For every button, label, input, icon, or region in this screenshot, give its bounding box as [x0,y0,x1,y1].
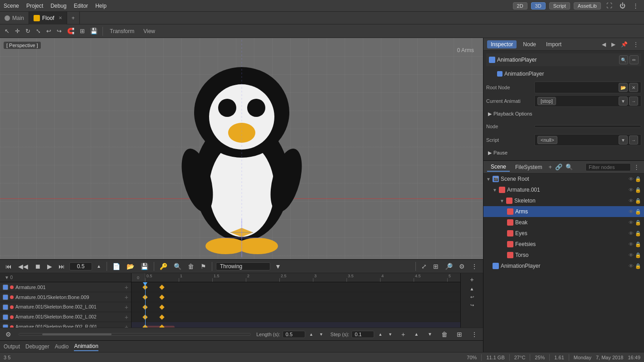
import-tab[interactable]: Import [542,40,565,48]
current-anim-dropdown-btn[interactable]: ▼ [619,97,628,106]
tl-zoom-btn[interactable]: 🔎 [443,262,454,271]
output-tab-audio[interactable]: Audio [55,343,69,351]
anim-edit-btn[interactable]: ✏ [629,55,639,64]
pause-section-header[interactable]: ▶ Pause [486,148,641,158]
track-add-btn[interactable]: + [125,314,128,321]
mode-2d-btn[interactable]: 2D [513,2,527,10]
mode-script-btn[interactable]: Script [549,2,570,10]
scrollbar-thumb[interactable] [42,333,112,335]
menu-help[interactable]: Help [95,3,107,9]
eyes-lock-icon[interactable]: 🔒 [635,231,641,237]
root-node-value[interactable]: 📂 ✕ [534,82,641,93]
keyframes-area[interactable] [132,282,460,328]
beak-eye-icon[interactable]: 👁 [629,220,634,226]
skeleton-eye-icon[interactable]: 👁 [629,198,634,204]
tab-close-btn[interactable]: ✕ [59,15,62,20]
menu-project[interactable]: Project [26,3,43,9]
track-bone002-l002[interactable]: Armature.001/Skeleton:Bone.002_L.002 + [0,312,131,322]
tl-snap-btn[interactable]: ⊞ [431,262,440,271]
toolbar-local-btn[interactable]: ⊞ [78,27,87,35]
anim-search-btn[interactable]: 🔍 [619,55,628,64]
track-bone002-l001[interactable]: Armature.001/Skeleton:Bone.002_L.001 + [0,302,131,312]
tree-scene-root[interactable]: ▼ 🎬 Scene Root 👁 🔒 [483,174,644,184]
root-node-folder-btn[interactable]: 📂 [619,83,628,92]
track-add-btn[interactable]: + [125,294,128,301]
inspector-history-back-btn[interactable]: ◀ [600,40,608,48]
tree-armature001[interactable]: ▼ Armature.001 👁 🔒 [483,184,644,195]
tl-time-up-btn[interactable]: ▲ [95,263,103,270]
keyframe-row-3[interactable] [132,302,460,312]
tl-settings-btn[interactable]: ⚙ [457,262,467,271]
keyframe-row-5[interactable] [132,322,460,328]
tl-extra-btn[interactable]: ⋮ [469,262,479,271]
toolbar-save-btn[interactable]: 💾 [88,27,99,35]
tl-add-key-bottom-btn[interactable]: + [400,330,407,339]
track-add-btn[interactable]: + [125,304,128,311]
toolbar-snap-btn[interactable]: 🧲 [65,27,76,35]
scene-settings-btn[interactable]: ⋮ [633,163,640,171]
node-value[interactable] [534,125,641,128]
keyframe[interactable] [159,294,164,299]
node-tab[interactable]: Node [519,40,540,48]
track-check[interactable] [3,294,8,300]
step-input[interactable] [351,331,374,338]
scene-add-btn[interactable]: + [547,163,553,171]
keyframe-row-2[interactable] [132,292,460,302]
keyframe[interactable] [159,324,164,328]
fullscreen-btn[interactable]: ⛶ [605,1,614,10]
torso-eye-icon[interactable]: 👁 [629,252,634,258]
output-tab-animation[interactable]: Animation [74,342,98,351]
length-input[interactable] [283,331,305,338]
arms-eye-icon[interactable]: 👁 [629,209,634,215]
timeline-tracks-area[interactable]: 0 0.5 1 1.5 2 2.5 3 3.5 4 4.5 5 [132,273,460,328]
anim-player-eye-icon[interactable]: 👁 [629,263,634,269]
scene-filter-btn[interactable]: 🔍 [565,163,574,171]
tl-key-down-btn[interactable]: ▼ [426,331,434,338]
output-tab-output[interactable]: Output [4,343,20,351]
track-check[interactable] [3,285,8,290]
step-down-btn[interactable]: ▼ [386,331,394,338]
anim-player-lock-icon[interactable]: 🔒 [635,263,641,269]
scene-filter-input[interactable] [585,163,631,171]
track-bone009[interactable]: Armature.001/Skeleton:Bone.009 + [0,292,131,302]
track-bone002-r001[interactable]: Armature.001/Skeleton:Bone.002_R.001 + [0,322,131,328]
track-up-btn[interactable]: ▲ [468,285,476,292]
track-armature001[interactable]: Armature.001 + [0,282,131,292]
tree-animation-player[interactable]: AnimationPlayer 👁 🔒 [483,261,644,271]
track-add-btn[interactable]: + [125,323,128,328]
minimize-btn[interactable]: ⏻ [618,1,627,10]
tl-add-key-btn[interactable]: 📄 [111,262,122,271]
output-tab-debugger[interactable]: Debugger [25,343,49,351]
length-up-btn[interactable]: ▲ [307,331,315,338]
tl-anim-dropdown-btn[interactable]: ▼ [273,262,283,271]
inspector-settings-btn[interactable]: ⋮ [631,40,640,48]
menu-debug[interactable]: Debug [50,3,66,9]
toolbar-move-btn[interactable]: ✛ [13,27,22,35]
keyframe[interactable] [159,314,164,319]
torso-lock-icon[interactable]: 🔒 [635,252,641,258]
tl-settings-left-btn[interactable]: ⚙ [4,330,13,339]
tl-to-end-btn[interactable]: ⏭ [57,262,67,271]
scene-root-lock-icon[interactable]: 🔒 [635,176,641,182]
tl-filter-btn[interactable]: 🔍 [172,262,183,271]
beak-lock-icon[interactable]: 🔒 [635,220,641,226]
tl-save-btn[interactable]: 💾 [139,262,150,271]
add-track-btn[interactable]: + [468,275,475,284]
current-anim-value[interactable]: [stop] ▼ → [534,95,641,107]
armature001-eye-icon[interactable]: 👁 [629,187,634,193]
tl-delete-key-btn[interactable]: 🗑 [439,330,449,339]
tree-beak[interactable]: Beak 👁 🔒 [483,217,644,228]
step-up-btn[interactable]: ▲ [376,331,384,338]
tab-floof[interactable]: Floof ✕ [29,12,67,24]
tl-marker-btn[interactable]: ⚑ [199,262,208,271]
current-anim-arrow-btn[interactable]: → [629,97,638,106]
track-redo-btn[interactable]: ↪ [468,302,476,309]
scene-link-btn[interactable]: 🔗 [554,163,563,171]
scene-root-eye-icon[interactable]: 👁 [629,176,634,182]
tl-to-start-btn[interactable]: ⏮ [4,262,14,271]
keyframe[interactable] [159,285,164,290]
tree-feetsies[interactable]: Feetsies 👁 🔒 [483,239,644,250]
more-btn[interactable]: ⋮ [631,1,640,10]
tab-main[interactable]: Main [0,12,29,24]
feetsies-lock-icon[interactable]: 🔒 [635,241,641,247]
